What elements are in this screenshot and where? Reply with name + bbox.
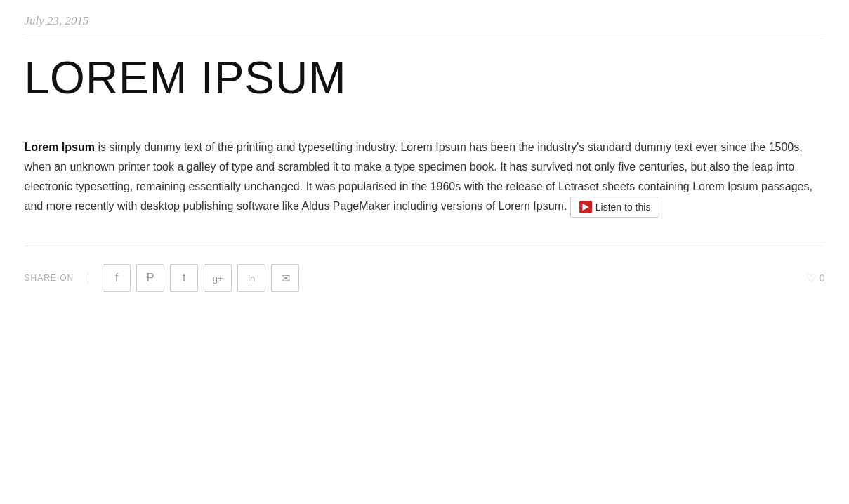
like-section[interactable]: ♡ 0 — [806, 272, 825, 285]
social-icons: f P t g+ in ✉ — [103, 264, 299, 292]
email-icon[interactable]: ✉ — [271, 264, 299, 292]
post-body-text: is simply dummy text of the printing and… — [25, 141, 812, 212]
email-symbol: ✉ — [281, 272, 290, 285]
like-count: 0 — [820, 272, 825, 284]
pinterest-symbol: P — [147, 272, 154, 284]
share-label: SHARE ON — [25, 273, 89, 283]
twitter-icon[interactable]: t — [170, 264, 198, 292]
google-plus-symbol: g+ — [213, 273, 223, 284]
facebook-icon[interactable]: f — [103, 264, 131, 292]
post-title: LOREM IPSUM — [25, 53, 825, 102]
share-left: SHARE ON f P t g+ in ✉ — [25, 264, 300, 292]
title-section: LOREM IPSUM — [25, 39, 825, 124]
post-date: July 23, 2015 — [25, 14, 89, 27]
listen-icon — [579, 201, 592, 213]
twitter-symbol: t — [183, 272, 185, 284]
linkedin-symbol: in — [248, 273, 255, 284]
listen-button-label: Listen to this — [595, 201, 651, 213]
post-body: Lorem Ipsum is simply dummy text of the … — [25, 138, 825, 218]
pinterest-icon[interactable]: P — [136, 264, 164, 292]
date-section: July 23, 2015 — [25, 0, 825, 39]
content-section: Lorem Ipsum is simply dummy text of the … — [25, 124, 825, 246]
linkedin-icon[interactable]: in — [237, 264, 265, 292]
heart-icon: ♡ — [806, 272, 816, 285]
google-plus-icon[interactable]: g+ — [204, 264, 232, 292]
facebook-symbol: f — [115, 272, 118, 284]
post-body-bold: Lorem Ipsum — [25, 141, 95, 153]
share-section: SHARE ON f P t g+ in ✉ — [25, 246, 825, 310]
listen-button[interactable]: Listen to this — [570, 197, 660, 218]
